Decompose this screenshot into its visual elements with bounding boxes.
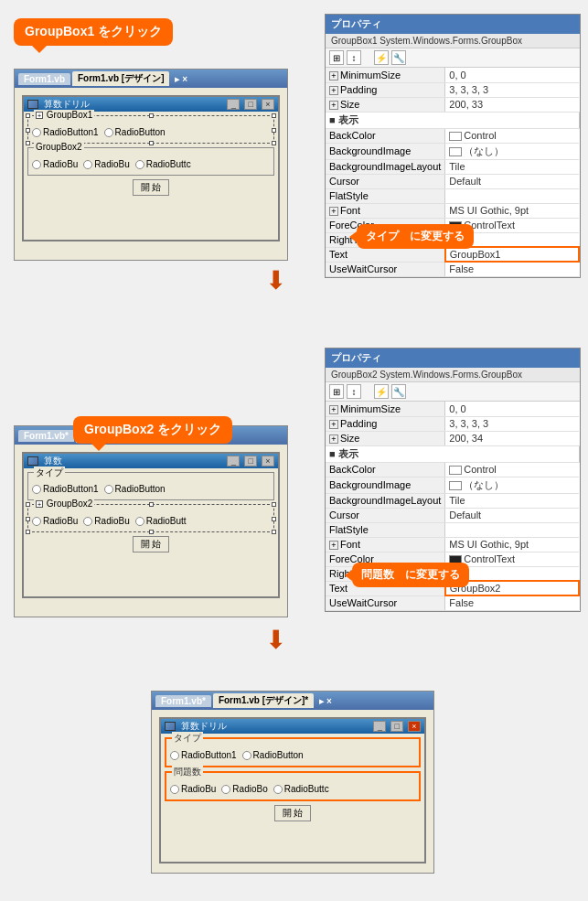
callout-groupbox2: GroupBox2 をクリック — [73, 416, 232, 444]
callout-mondaisuu: 問題数 に変更する — [352, 563, 469, 587]
callout-type: タイプ に変更する — [357, 224, 474, 249]
panel-subtitle-2: GroupBox2 System.Windows.Forms.GroupBox — [326, 368, 580, 382]
prop-icon-sort-2[interactable]: ↕ — [347, 384, 361, 399]
prop-section: ■ 表示 — [326, 112, 579, 128]
prop-row-text-1[interactable]: Text GroupBox1 — [326, 247, 579, 262]
prop-row: Cursor Default — [326, 174, 579, 188]
prop-row: BackColor Control — [326, 462, 579, 477]
callout-groupbox1: GroupBox1 をクリック — [14, 18, 173, 46]
designer-window-1: Form1.vb Form1.vb [デザイン] ▸ × 算数ドリル _ □ × — [14, 69, 288, 261]
prop-row: BackgroundImage （なし） — [326, 143, 579, 159]
designer-window-2: Form1.vb* Form1.vb [デザイン]* ▸ × 算数 _ □ × — [14, 425, 288, 617]
prop-row: BackgroundImageLayout Tile — [326, 159, 579, 174]
prop-row: +MinimumSize 0, 0 — [326, 68, 579, 82]
prop-row: UseWaitCursor False — [326, 262, 579, 276]
prop-icon-grid[interactable]: ⊞ — [329, 50, 344, 65]
prop-row: +Size 200, 34 — [326, 431, 579, 445]
prop-row: BackgroundImage （なし） — [326, 477, 579, 493]
prop-toolbar-2: ⊞ ↕ ⚡ 🔧 — [326, 382, 580, 402]
tab-form1design-1[interactable]: Form1.vb [デザイン] — [72, 71, 169, 86]
prop-toolbar-1: ⊞ ↕ ⚡ 🔧 — [326, 48, 580, 68]
prop-icon-sort[interactable]: ↕ — [347, 50, 361, 65]
prop-row: BackColor Control — [326, 128, 579, 143]
panel-subtitle-1: GroupBox1 System.Windows.Forms.GroupBox — [326, 34, 580, 48]
tab-form1design-3[interactable]: Form1.vb [デザイン]* — [213, 693, 314, 708]
designer-titlebar-3: Form1.vb* Form1.vb [デザイン]* ▸ × — [152, 692, 433, 710]
prop-row-flatstyle-2: FlatStyle — [326, 522, 579, 537]
prop-row: +MinimumSize 0, 0 — [326, 402, 579, 416]
designer-window-3: Form1.vb* Form1.vb [デザイン]* ▸ × 算数ドリル _ □… — [151, 691, 434, 874]
prop-icon-grid-2[interactable]: ⊞ — [329, 384, 344, 399]
tab-form1vb-1[interactable]: Form1.vb — [18, 73, 70, 85]
prop-row: +Font MS UI Gothic, 9pt — [326, 203, 579, 218]
tab-form1vb-2[interactable]: Form1.vb* — [18, 430, 74, 442]
prop-icon-wrench-2[interactable]: 🔧 — [391, 384, 406, 399]
prop-icon-event[interactable]: ⚡ — [374, 50, 389, 65]
prop-section: ■ 表示 — [326, 445, 579, 462]
prop-row: +Font MS UI Gothic, 9pt — [326, 537, 579, 552]
down-arrow-1: ⬇ — [265, 265, 286, 295]
tab-form1vb-3[interactable]: Form1.vb* — [155, 695, 211, 707]
prop-row: +Padding 3, 3, 3, 3 — [326, 416, 579, 431]
prop-row: +Size 200, 33 — [326, 97, 579, 112]
down-arrow-2: ⬇ — [265, 625, 286, 655]
prop-row: +Padding 3, 3, 3, 3 — [326, 82, 579, 97]
prop-row: UseWaitCursor False — [326, 595, 579, 610]
prop-icon-event-2[interactable]: ⚡ — [374, 384, 389, 399]
prop-row: Cursor Default — [326, 508, 579, 522]
designer-titlebar-1: Form1.vb Form1.vb [デザイン] ▸ × — [15, 70, 287, 88]
panel-title-1: プロパティ — [326, 15, 580, 34]
panel-title-2: プロパティ — [326, 349, 580, 368]
prop-icon-wrench[interactable]: 🔧 — [391, 50, 406, 65]
prop-row-flatstyle: FlatStyle — [326, 188, 579, 203]
prop-row: BackgroundImageLayout Tile — [326, 493, 579, 508]
